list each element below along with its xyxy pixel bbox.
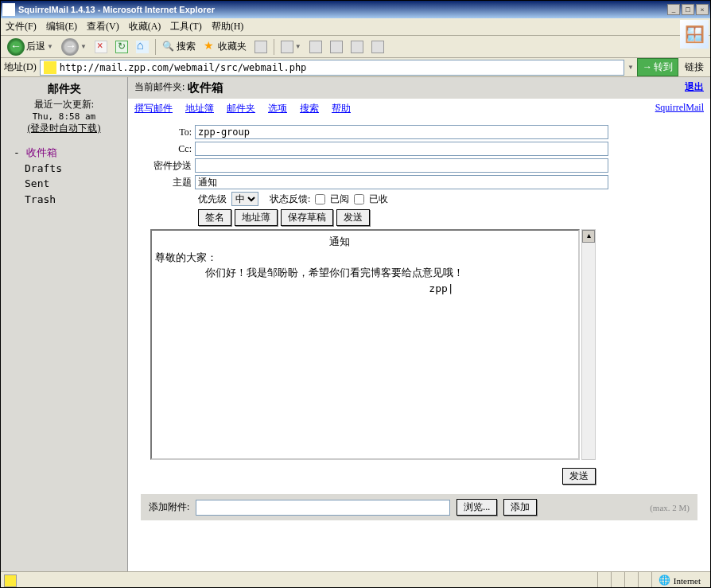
priority-label: 优先级 — [198, 193, 227, 206]
folder-drafts[interactable]: Drafts — [14, 161, 122, 177]
main-panel: 当前邮件夹: 收件箱 退出 撰写邮件 地址簿 邮件夹 选项 搜索 帮助 Squi… — [128, 77, 710, 571]
address-label: 地址(D) — [4, 60, 37, 74]
edit-button[interactable] — [327, 39, 346, 55]
send-button-bottom[interactable]: 发送 — [562, 468, 596, 485]
menu-edit[interactable]: 编辑(E) — [41, 20, 82, 33]
sidebar-title: 邮件夹 — [6, 82, 122, 96]
folder-sent[interactable]: Sent — [14, 176, 122, 192]
window-title: SquirrelMail 1.4.13 - Microsoft Internet… — [18, 5, 666, 14]
messenger-icon — [371, 41, 384, 53]
cc-input[interactable] — [195, 142, 608, 156]
maximize-button[interactable]: □ — [682, 4, 694, 15]
attach-path-input[interactable] — [196, 500, 450, 516]
back-dropdown-icon[interactable]: ▼ — [47, 43, 53, 50]
print-icon — [309, 41, 322, 53]
subject-input[interactable] — [195, 175, 608, 189]
search-icon — [162, 41, 175, 53]
search-button[interactable]: 搜索 — [159, 38, 199, 55]
toolbar: 后退 ▼ ▼ 搜索 收藏夹 ▼ — [1, 36, 710, 58]
refresh-icon — [115, 41, 128, 53]
send-button[interactable]: 发送 — [336, 209, 370, 226]
nav-folders[interactable]: 邮件夹 — [227, 102, 255, 115]
address-dropdown-icon[interactable]: ▼ — [627, 64, 634, 71]
statusbar: Internet — [1, 571, 710, 588]
attach-label: 添加附件: — [149, 500, 189, 514]
nav-help[interactable]: 帮助 — [332, 102, 351, 115]
separator — [155, 39, 156, 55]
folders-sidebar: 邮件夹 最近一次更新: Thu, 8:58 am (登录时自动下载) - 收件箱… — [1, 77, 128, 571]
addresses-button[interactable]: 地址薄 — [235, 209, 278, 226]
address-input[interactable]: http://mail.zpp.com/webmail/src/webmail.… — [40, 60, 624, 76]
folder-trash[interactable]: Trash — [14, 192, 122, 208]
priority-select[interactable]: 中 — [231, 192, 258, 206]
nav-options[interactable]: 选项 — [268, 102, 287, 115]
search-label: 搜索 — [177, 40, 196, 53]
logout-link[interactable]: 退出 — [685, 80, 704, 95]
app-icon — [2, 3, 15, 16]
nav-brand[interactable]: SquirrelMail — [655, 102, 704, 115]
folder-list: - 收件箱 Drafts Sent Trash — [6, 145, 122, 207]
cc-label: Cc: — [141, 143, 195, 155]
favorites-button[interactable]: 收藏夹 — [200, 38, 250, 55]
go-button[interactable]: 转到 — [637, 58, 678, 76]
separator — [274, 39, 274, 55]
subject-label: 主题 — [141, 176, 195, 189]
menubar: 文件(F) 编辑(E) 查看(V) 收藏(A) 工具(T) 帮助(H) 🪟 — [1, 18, 710, 36]
menu-favorites[interactable]: 收藏(A) — [124, 20, 166, 33]
last-update-time: Thu, 8:58 am — [6, 111, 122, 122]
mail-button[interactable]: ▼ — [278, 39, 305, 55]
favorites-icon — [204, 41, 216, 53]
browse-button[interactable]: 浏览... — [457, 499, 497, 516]
nav-compose[interactable]: 撰写邮件 — [134, 102, 173, 115]
bcc-input[interactable] — [195, 158, 608, 173]
home-button[interactable] — [133, 39, 152, 55]
links-button[interactable]: 链接 — [682, 59, 707, 76]
last-update-label: 最近一次更新: — [6, 98, 122, 111]
signature-button[interactable]: 签名 — [198, 209, 231, 226]
compose-form: To: Cc: 密件抄送 主题 优先级 中 状态反馈: 已阅 — [128, 119, 710, 527]
nav-search[interactable]: 搜索 — [300, 102, 319, 115]
nav-addresses[interactable]: 地址簿 — [185, 102, 214, 115]
delivery-receipt-checkbox[interactable] — [354, 194, 364, 204]
address-url: http://mail.zpp.com/webmail/src/webmail.… — [60, 62, 307, 73]
window-titlebar: SquirrelMail 1.4.13 - Microsoft Internet… — [1, 1, 710, 18]
save-draft-button[interactable]: 保存草稿 — [281, 209, 333, 226]
delivery-label: 已收 — [369, 193, 388, 206]
security-zone: Internet — [651, 572, 707, 588]
back-icon — [7, 38, 25, 56]
status-page-icon — [4, 574, 17, 587]
refresh-button[interactable] — [112, 39, 131, 55]
discuss-button[interactable] — [348, 39, 367, 55]
folder-inbox[interactable]: - 收件箱 — [14, 145, 122, 161]
messenger-button[interactable] — [368, 39, 387, 55]
scroll-up-icon[interactable]: ▴ — [582, 230, 595, 243]
current-folder-bar: 当前邮件夹: 收件箱 退出 — [128, 77, 710, 99]
discuss-icon — [351, 41, 363, 53]
print-button[interactable] — [306, 39, 325, 55]
forward-dropdown-icon[interactable]: ▼ — [80, 43, 87, 50]
receipt-label: 状态反馈: — [270, 193, 310, 206]
auto-download-link[interactable]: (登录时自动下载) — [6, 122, 122, 135]
back-button[interactable]: 后退 ▼ — [4, 37, 56, 57]
menu-tools[interactable]: 工具(T) — [165, 20, 206, 33]
ie-logo-icon: 🪟 — [680, 20, 709, 49]
history-button[interactable] — [251, 39, 270, 55]
to-input[interactable] — [195, 125, 608, 139]
to-label: To: — [141, 127, 195, 138]
read-receipt-checkbox[interactable] — [315, 194, 325, 204]
minimize-button[interactable]: _ — [667, 4, 680, 15]
attachment-bar: 添加附件: 浏览... 添加 (max. 2 M) — [141, 494, 697, 520]
textarea-scrollbar[interactable]: ▴ — [581, 229, 596, 460]
menu-file[interactable]: 文件(F) — [1, 20, 41, 33]
menu-view[interactable]: 查看(V) — [82, 20, 124, 33]
menu-help[interactable]: 帮助(H) — [207, 20, 249, 33]
statusbar-cell — [624, 572, 638, 588]
statusbar-cell — [597, 572, 611, 588]
close-button[interactable]: × — [696, 4, 709, 15]
forward-button[interactable]: ▼ — [58, 37, 90, 57]
body-textarea[interactable] — [150, 229, 580, 460]
stop-button[interactable] — [91, 39, 111, 55]
nav-links: 撰写邮件 地址簿 邮件夹 选项 搜索 帮助 SquirrelMail — [128, 99, 710, 119]
add-attachment-button[interactable]: 添加 — [503, 499, 537, 516]
home-icon — [136, 41, 149, 53]
